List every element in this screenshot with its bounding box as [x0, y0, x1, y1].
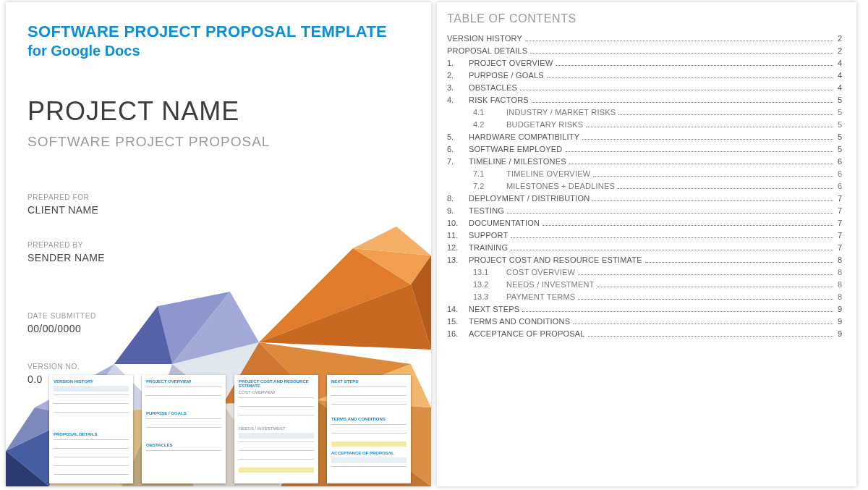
toc-heading: TABLE OF CONTENTS — [447, 12, 842, 25]
toc-entry-number: 6. — [447, 145, 469, 153]
toc-entry: 5.HARDWARE COMPATIBILITY5 — [447, 132, 842, 141]
prepared-by-value: SENDER NAME — [27, 252, 105, 263]
toc-entry-label: PROJECT COST AND RESOURCE ESTIMATE — [469, 255, 642, 264]
toc-entry-label: TRAINING — [469, 243, 508, 252]
toc-entry-label: BUDGETARY RISKS — [506, 120, 583, 129]
toc-entry-page: 8 — [836, 280, 842, 289]
toc-entry-leader — [542, 224, 833, 226]
toc-entry-page: 7 — [836, 194, 842, 203]
toc-entry-number: 2. — [447, 71, 469, 80]
toc-entry-page: 8 — [836, 255, 842, 264]
toc-entry-label: TERMS AND CONDITIONS — [469, 317, 570, 326]
thumbnail-page-5: NEXT STEPS TERMS AND CONDITIONS ACCEPTAN… — [327, 375, 411, 483]
toc-entry: 13.PROJECT COST AND RESOURCE ESTIMATE8 — [447, 255, 842, 264]
toc-entry-leader — [588, 335, 833, 337]
svg-marker-14 — [6, 451, 49, 486]
toc-entry-page: 6 — [836, 169, 842, 178]
toc-entry: 7.2MILESTONES + DEADLINES6 — [447, 182, 842, 190]
toc-entry-label: RISK FACTORS — [469, 96, 529, 104]
toc-entry: 13.2NEEDS / INVESTMENT8 — [447, 280, 842, 289]
date-submitted-field: DATE SUBMITTED 00/00/0000 — [27, 312, 96, 334]
toc-entry-number: 4.2 — [473, 120, 506, 129]
toc-entry: 13.1COST OVERVIEW8 — [447, 268, 842, 276]
toc-entry-number: 13.3 — [473, 292, 506, 301]
svg-marker-0 — [259, 248, 411, 342]
toc-entry-label: OBSTACLES — [469, 83, 517, 92]
toc-entry: 4.RISK FACTORS5 — [447, 96, 842, 104]
toc-entry-page: 7 — [836, 206, 842, 215]
toc-entry-leader — [532, 101, 833, 103]
toc-entry: 15.TERMS AND CONDITIONS9 — [447, 317, 842, 326]
toc-entry-page: 9 — [836, 317, 842, 326]
toc-entry-page: 5 — [836, 132, 842, 141]
svg-marker-4 — [411, 255, 431, 350]
toc-entry-page: 9 — [836, 305, 842, 313]
toc-entry-leader — [618, 187, 833, 189]
toc-entry-page: 5 — [836, 108, 842, 117]
thumb2-hdr-a: VERSION HISTORY — [54, 379, 129, 384]
toc-entry: 3.OBSTACLES4 — [447, 83, 842, 92]
toc-entry-number: 13.2 — [473, 280, 506, 289]
prepared-by-label: PREPARED BY — [27, 241, 105, 249]
toc-entry-label: COST OVERVIEW — [506, 268, 575, 276]
toc-entry-page: 7 — [836, 243, 842, 252]
thumb3-hdr-c: OBSTACLES — [146, 443, 221, 447]
thumb2-hdr-b: PROPOSAL DETAILS — [54, 432, 129, 436]
toc-entry-number: 7.2 — [473, 182, 506, 190]
toc-entry-leader — [569, 163, 833, 164]
toc-entry: VERSION HISTORY2 — [447, 34, 842, 43]
toc-entry-leader — [597, 286, 833, 287]
svg-marker-10 — [172, 292, 259, 364]
toc-entry-page: 6 — [836, 182, 842, 190]
toc-entry: 1.PROJECT OVERVIEW4 — [447, 59, 842, 67]
toc-entry-page: 4 — [836, 59, 842, 67]
toc-entry-number: 4. — [447, 96, 469, 104]
project-subtitle: SOFTWARE PROJECT PROPOSAL — [27, 134, 270, 150]
thumb4-hdr-b: COST OVERVIEW — [239, 390, 314, 394]
toc-entry-leader — [511, 237, 833, 238]
prepared-for-label: PREPARED FOR — [27, 193, 98, 201]
toc-entry: 11.SUPPORT7 — [447, 231, 842, 240]
toc-page: TABLE OF CONTENTS VERSION HISTORY2PROPOS… — [437, 2, 856, 486]
toc-entry-leader — [520, 89, 833, 90]
toc-entry-label: TIMELINE / MILESTONES — [469, 157, 566, 166]
thumb4-hdr-c: NEEDS / INVESTMENT — [239, 426, 314, 431]
toc-entry-page: 4 — [836, 71, 842, 80]
toc-entry-leader — [618, 114, 833, 115]
toc-entry-leader — [522, 311, 833, 312]
toc-entry-page: 6 — [836, 157, 842, 166]
toc-entry-page: 5 — [836, 120, 842, 129]
toc-entry-leader — [578, 274, 833, 275]
toc-entry-leader — [645, 261, 833, 263]
thumb4-hdr-a: PROJECT COST AND RESOURCE ESTIMATE — [239, 379, 314, 388]
toc-entry: 4.1INDUSTRY / MARKET RISKS5 — [447, 108, 842, 117]
toc-list: VERSION HISTORY2PROPOSAL DETAILS21.PROJE… — [447, 34, 842, 338]
prepared-for-value: CLIENT NAME — [27, 204, 98, 216]
toc-entry-leader — [582, 138, 833, 140]
cover-page: SOFTWARE PROJECT PROPOSAL TEMPLATE for G… — [6, 2, 431, 486]
toc-entry-leader — [573, 323, 833, 324]
toc-entry-label: HARDWARE COMPATIBILITY — [469, 132, 579, 141]
toc-entry-label: NEEDS / INVESTMENT — [506, 280, 595, 289]
toc-entry: 8.DEPLOYMENT / DISTRIBUTION7 — [447, 194, 842, 203]
template-title-line1: SOFTWARE PROJECT PROPOSAL TEMPLATE — [27, 22, 387, 41]
toc-entry-number: 3. — [447, 83, 469, 92]
toc-entry-label: PURPOSE / GOALS — [469, 71, 544, 80]
toc-entry-number: 7. — [447, 157, 469, 166]
thumb5-hdr-b: TERMS AND CONDITIONS — [331, 417, 407, 421]
svg-marker-2 — [353, 248, 431, 284]
page-thumbnails: VERSION HISTORY PROPOSAL DETAILS PROJECT… — [49, 375, 411, 483]
toc-entry-page: 7 — [836, 219, 842, 227]
toc-entry: 7.1TIMELINE OVERVIEW6 — [447, 169, 842, 178]
date-submitted-label: DATE SUBMITTED — [27, 312, 96, 320]
template-title: SOFTWARE PROJECT PROPOSAL TEMPLATE for G… — [27, 22, 387, 59]
thumb3-hdr-a: PROJECT OVERVIEW — [146, 379, 221, 384]
toc-entry-label: PAYMENT TERMS — [506, 292, 575, 301]
prepared-for-field: PREPARED FOR CLIENT NAME — [27, 193, 98, 216]
toc-entry-leader — [593, 175, 833, 177]
toc-entry-leader — [586, 126, 833, 127]
toc-entry-label: NEXT STEPS — [469, 305, 519, 313]
template-title-line2: for Google Docs — [27, 43, 387, 59]
toc-entry-number: 12. — [447, 243, 469, 252]
prepared-by-field: PREPARED BY SENDER NAME — [27, 241, 105, 263]
